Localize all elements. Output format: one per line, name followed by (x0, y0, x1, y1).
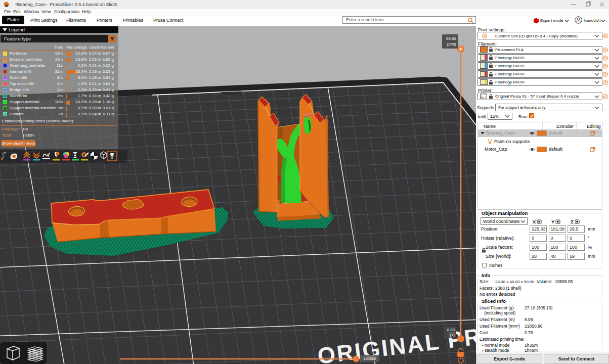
svg-text:0.20: 0.20 (447, 328, 455, 332)
svg-text:(295): (295) (447, 42, 456, 47)
svg-text:185860: 185860 (363, 356, 376, 361)
svg-text:(1): (1) (450, 333, 455, 337)
svg-text:59.00: 59.00 (446, 36, 457, 41)
